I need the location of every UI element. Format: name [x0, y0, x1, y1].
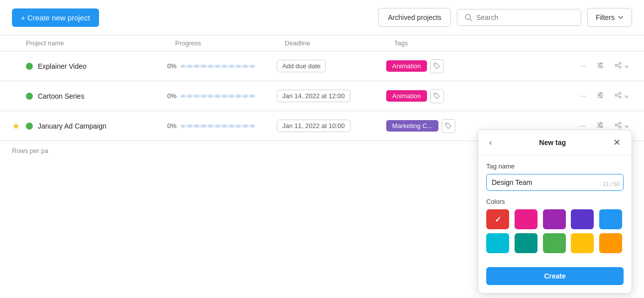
- tag-name-input-wrap: 11 / 50: [486, 174, 624, 191]
- svg-point-9: [619, 62, 621, 64]
- progress-cell: 0%: [167, 62, 277, 70]
- progress-cell: 0%: [167, 122, 277, 130]
- svg-point-26: [446, 124, 447, 125]
- chevron-down-icon: [618, 14, 624, 20]
- share-icon: [614, 121, 622, 129]
- color-swatch-indigo[interactable]: [571, 209, 594, 229]
- popup-close-button[interactable]: ✕: [610, 136, 624, 149]
- progress-value: 0%: [167, 92, 177, 100]
- archived-projects-button[interactable]: Archived projects: [378, 8, 450, 27]
- svg-rect-30: [600, 122, 602, 124]
- tag-animation: Animation: [386, 90, 427, 102]
- adjust-button[interactable]: [593, 59, 607, 73]
- svg-point-11: [619, 66, 621, 68]
- svg-rect-18: [600, 92, 602, 94]
- project-name: January Ad Campaign: [38, 122, 167, 130]
- filters-button[interactable]: Filters: [587, 8, 632, 27]
- chevron-down-icon: [624, 94, 629, 99]
- project-name: Explainer Video: [38, 62, 167, 70]
- progress-value: 0%: [167, 122, 177, 130]
- tags-cell: Animation: [386, 59, 576, 73]
- color-swatch-blue[interactable]: [599, 209, 622, 229]
- projects-table: Project name Progress Deadline Tags ★ Ex…: [0, 35, 644, 141]
- create-tag-button[interactable]: Create: [486, 267, 624, 285]
- search-icon: [464, 13, 472, 21]
- svg-rect-19: [599, 94, 600, 96]
- col-header-progress: Progress: [175, 39, 285, 47]
- svg-rect-8: [601, 66, 602, 68]
- svg-line-37: [617, 126, 619, 127]
- deadline-value: Jan 14, 2022 at 12:00: [277, 90, 350, 102]
- row-actions: ···: [576, 89, 632, 103]
- svg-rect-31: [599, 124, 600, 126]
- filters-label: Filters: [596, 13, 615, 21]
- color-swatch-pink[interactable]: [515, 209, 537, 229]
- tag-icon-svg: [433, 63, 440, 70]
- search-input[interactable]: [476, 13, 574, 21]
- svg-rect-20: [601, 96, 602, 98]
- col-header-tags: Tags: [394, 39, 632, 47]
- color-swatch-red[interactable]: [486, 209, 509, 229]
- star-icon[interactable]: ★: [12, 91, 26, 102]
- svg-line-13: [617, 66, 619, 67]
- more-options-button[interactable]: ···: [576, 90, 589, 103]
- progress-cell: 0%: [167, 92, 277, 100]
- color-swatch-teal[interactable]: [515, 233, 537, 253]
- search-box: [457, 9, 581, 26]
- color-swatch-cyan[interactable]: [486, 233, 509, 253]
- colors-label: Colors: [486, 198, 624, 205]
- svg-line-36: [617, 124, 619, 125]
- star-icon[interactable]: ★: [12, 61, 26, 72]
- svg-line-12: [617, 64, 619, 65]
- progress-bar: [181, 125, 255, 128]
- tag-icon-svg: [445, 123, 452, 130]
- svg-line-25: [617, 96, 619, 97]
- svg-point-35: [619, 126, 621, 128]
- popup-back-button[interactable]: ‹: [486, 137, 495, 148]
- col-header-name: Project name: [26, 39, 175, 47]
- top-bar: + Create new project Archived projects F…: [0, 0, 644, 35]
- colors-grid: [486, 209, 624, 253]
- deadline-cell: Jan 11, 2022 at 10:00: [277, 120, 386, 132]
- svg-line-24: [617, 94, 619, 95]
- adjust-button[interactable]: [593, 89, 607, 103]
- svg-point-23: [619, 96, 621, 98]
- col-header-deadline: Deadline: [285, 39, 394, 47]
- table-header: Project name Progress Deadline Tags: [0, 35, 644, 51]
- chevron-down-icon: [624, 124, 629, 129]
- share-icon: [614, 91, 622, 99]
- add-tag-button[interactable]: [441, 119, 455, 133]
- create-project-button[interactable]: + Create new project: [12, 8, 99, 27]
- svg-point-33: [619, 122, 621, 124]
- svg-point-14: [435, 94, 436, 95]
- row-actions: ···: [576, 59, 632, 73]
- svg-rect-32: [601, 126, 602, 128]
- sliders-icon: [596, 91, 604, 99]
- svg-point-2: [435, 64, 436, 65]
- svg-point-22: [615, 94, 617, 96]
- color-swatch-orange[interactable]: [599, 233, 622, 253]
- share-button[interactable]: [611, 89, 632, 103]
- svg-line-1: [470, 19, 472, 21]
- sliders-icon: [596, 121, 604, 129]
- share-button[interactable]: [611, 59, 632, 73]
- tag-name-label: Tag name: [486, 162, 624, 170]
- table-row: ★ Explainer Video 0% Add due date Animat…: [0, 51, 644, 81]
- tags-cell: Animation: [386, 89, 576, 103]
- svg-point-10: [615, 64, 617, 66]
- deadline-cell: Jan 14, 2022 at 12:00: [277, 90, 386, 102]
- add-tag-button[interactable]: [430, 89, 444, 103]
- add-due-date-button[interactable]: Add due date: [277, 60, 326, 72]
- color-swatch-purple[interactable]: [543, 209, 566, 229]
- sliders-icon: [596, 61, 604, 69]
- star-icon[interactable]: ★: [12, 121, 26, 132]
- deadline-value: Jan 11, 2022 at 10:00: [277, 120, 350, 132]
- color-swatch-yellow[interactable]: [571, 233, 594, 253]
- project-name: Cartoon Series: [38, 92, 167, 100]
- status-dot: [26, 93, 33, 100]
- color-swatch-green[interactable]: [543, 233, 566, 253]
- add-tag-button[interactable]: [430, 59, 444, 73]
- more-options-button[interactable]: ···: [576, 60, 589, 73]
- char-count: 11 / 50: [603, 181, 620, 187]
- progress-bar: [181, 65, 255, 68]
